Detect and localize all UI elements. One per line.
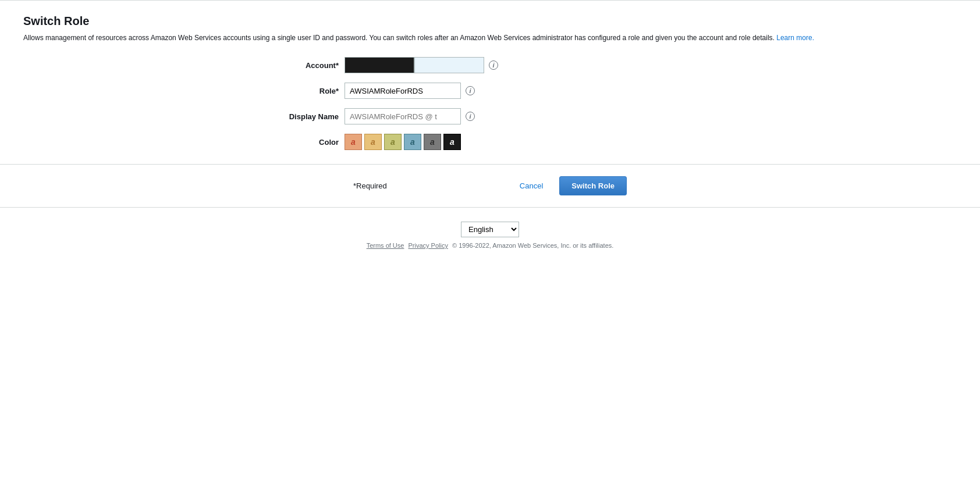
- display-name-input[interactable]: [345, 108, 461, 124]
- privacy-policy-link[interactable]: Privacy Policy: [408, 242, 448, 249]
- page-title: Switch Role: [23, 15, 957, 28]
- display-name-row: Display Name i: [228, 108, 752, 124]
- display-name-input-area: i: [345, 108, 475, 124]
- terms-of-use-link[interactable]: Terms of Use: [367, 242, 404, 249]
- role-info-icon[interactable]: i: [466, 86, 475, 95]
- copyright-text: © 1996-2022, Amazon Web Services, Inc. o…: [452, 242, 613, 249]
- role-row: Role* i: [228, 83, 752, 99]
- color-row: Color a a a a a: [228, 134, 752, 150]
- learn-more-link[interactable]: Learn more.: [776, 34, 814, 42]
- account-empty-part[interactable]: [414, 57, 484, 73]
- color-swatch-5[interactable]: a: [443, 134, 461, 150]
- main-content: Switch Role Allows management of resourc…: [0, 1, 980, 150]
- color-swatch-1[interactable]: a: [364, 134, 382, 150]
- account-combined-input: [345, 57, 484, 73]
- account-filled-part[interactable]: [345, 57, 414, 73]
- role-input-area: i: [345, 83, 475, 99]
- role-label: Role*: [228, 87, 345, 95]
- account-input-area: i: [345, 57, 498, 73]
- footer-links: Terms of Use Privacy Policy © 1996-2022,…: [367, 242, 614, 249]
- role-input[interactable]: [345, 83, 461, 99]
- description: Allows management of resources across Am…: [23, 33, 957, 43]
- color-swatch-2[interactable]: a: [384, 134, 402, 150]
- cancel-button[interactable]: Cancel: [513, 178, 550, 194]
- color-swatches: a a a a a a: [345, 134, 461, 150]
- color-swatch-3[interactable]: a: [404, 134, 421, 150]
- description-text: Allows management of resources across Am…: [23, 34, 775, 42]
- display-name-label: Display Name: [228, 112, 345, 121]
- form-section: Account* i Role* i Display Name i: [228, 57, 752, 150]
- footer-lang-area: English 日本語 한국어 中文(简体) 中文(繁體) Português …: [0, 208, 980, 258]
- color-label: Color: [228, 138, 345, 147]
- account-label: Account*: [228, 61, 345, 70]
- color-swatch-4[interactable]: a: [424, 134, 441, 150]
- color-options-area: a a a a a a: [345, 134, 461, 150]
- required-text: *Required: [353, 181, 387, 190]
- account-info-icon[interactable]: i: [489, 60, 498, 70]
- language-select[interactable]: English 日本語 한국어 中文(简体) 中文(繁體) Português …: [461, 222, 519, 237]
- footer-actions: *Required Cancel Switch Role: [0, 165, 980, 207]
- account-row: Account* i: [228, 57, 752, 73]
- switch-role-button[interactable]: Switch Role: [559, 176, 627, 195]
- color-swatch-0[interactable]: a: [345, 134, 362, 150]
- display-name-info-icon[interactable]: i: [466, 112, 475, 121]
